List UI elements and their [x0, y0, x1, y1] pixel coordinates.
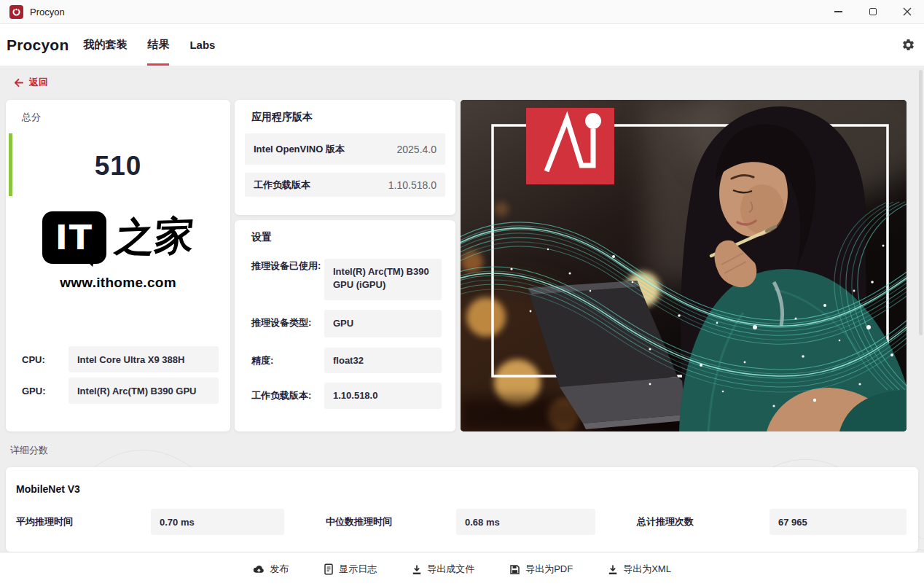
app-version-title: 应用程序版本 — [251, 111, 313, 124]
minimize-icon — [834, 11, 842, 12]
settings-card: 设置 推理设备已使用: Intel(R) Arc(TM) B390 GPU (i… — [235, 220, 455, 431]
precision-label: 精度: — [251, 353, 324, 367]
ai-benchmark-hero-image — [461, 100, 907, 431]
ithome-bubble-icon: IT — [42, 211, 106, 264]
hero-photo-illustration — [461, 100, 907, 431]
tab-results[interactable]: 结果 — [137, 24, 179, 66]
publish-button[interactable]: 发布 — [248, 562, 293, 577]
close-icon — [903, 7, 912, 16]
precision-value: float32 — [324, 348, 442, 373]
window-titlebar: Procyon — [0, 0, 924, 24]
nav-tabs: 我的套装 结果 Labs — [73, 24, 225, 66]
total-inference-count-value: 67 965 — [770, 509, 907, 535]
tab-my-suites[interactable]: 我的套装 — [73, 24, 137, 66]
export-xml-icon — [608, 564, 618, 575]
settings-gear-button[interactable] — [901, 38, 915, 52]
cpu-label: CPU: — [22, 354, 45, 365]
median-inference-time-label: 中位数推理时间 — [326, 515, 392, 528]
app-version-card: 应用程序版本 Intel OpenVINO 版本 2025.4.0 工作负载版本… — [235, 100, 455, 215]
avg-inference-time-label: 平均推理时间 — [16, 515, 73, 528]
log-file-icon — [324, 563, 334, 575]
close-button[interactable] — [890, 0, 924, 23]
openvino-version-row: Intel OpenVINO 版本 2025.4.0 — [245, 133, 445, 165]
inference-device-value: Intel(R) Arc(TM) B390 GPU (iGPU) — [324, 259, 442, 300]
maximize-icon — [869, 8, 877, 15]
device-type-label: 推理设备类型: — [251, 316, 324, 329]
tab-labs[interactable]: Labs — [179, 24, 225, 66]
ithome-cn-text: 之家 — [113, 209, 197, 265]
maximize-button[interactable] — [856, 0, 890, 23]
procyon-app-icon — [9, 5, 23, 19]
gpu-value: Intel(R) Arc(TM) B390 GPU — [68, 378, 219, 404]
detail-scores-card: MobileNet V3 平均推理时间 0.70 ms 中位数推理时间 0.68… — [6, 467, 918, 552]
export-pdf-icon — [509, 564, 520, 575]
total-score-value: 510 — [6, 151, 230, 181]
ithome-url: www.ithome.com — [6, 275, 230, 291]
show-log-button[interactable]: 显示日志 — [319, 562, 381, 577]
inference-device-label: 推理设备已使用: — [251, 259, 324, 273]
workload-version-row: 工作负载版本 1.10.518.0 — [245, 173, 445, 197]
window-title: Procyon — [30, 7, 65, 17]
vertical-scrollbar[interactable] — [919, 70, 923, 335]
main-navbar: Procyon 我的套装 结果 Labs — [0, 24, 924, 66]
minimize-button[interactable] — [821, 0, 856, 23]
cloud-upload-icon — [253, 564, 265, 574]
settings-title: 设置 — [251, 231, 272, 244]
workload-version-label: 工作负载版本: — [251, 388, 324, 402]
export-pdf-button[interactable]: 导出为PDF — [505, 562, 577, 577]
export-xml-button[interactable]: 导出为XML — [603, 562, 676, 577]
brand-logo-text: Procyon — [7, 36, 68, 54]
median-inference-time-value: 0.68 ms — [456, 509, 595, 535]
workload-name: MobileNet V3 — [16, 483, 80, 495]
export-file-button[interactable]: 导出成文件 — [407, 562, 479, 577]
gpu-label: GPU: — [22, 386, 46, 396]
export-file-icon — [412, 564, 422, 575]
footer-action-bar: 发布 显示日志 导出成文件 导出为PDF 导出为XML — [0, 552, 924, 586]
back-arrow-icon — [13, 78, 24, 87]
total-score-card: 总分 510 IT 之家 www.ithome.com CPU: Intel C… — [6, 100, 230, 431]
ithome-watermark-logo: IT 之家 — [6, 211, 230, 264]
cpu-value: Intel Core Ultra X9 388H — [68, 346, 219, 372]
back-button[interactable]: 返回 — [13, 76, 48, 89]
avg-inference-time-value: 0.70 ms — [151, 509, 284, 535]
ai-logo — [526, 108, 614, 184]
workload-version-value: 1.10.518.0 — [324, 383, 442, 409]
total-inference-count-label: 总计推理次数 — [637, 515, 694, 528]
score-card-title: 总分 — [22, 111, 41, 124]
gear-icon — [901, 38, 915, 52]
device-type-value: GPU — [324, 310, 442, 337]
detail-scores-section-title: 详细分数 — [10, 444, 48, 457]
